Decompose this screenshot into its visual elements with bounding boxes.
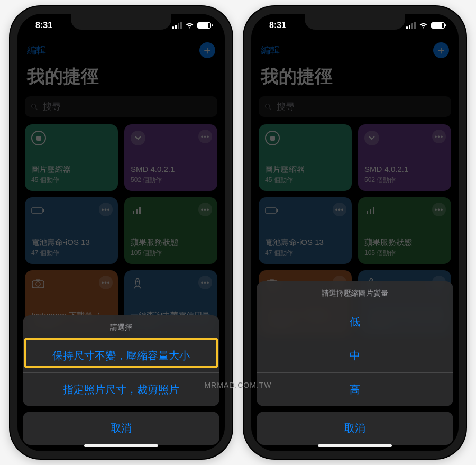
svg-point-0 bbox=[32, 104, 36, 108]
shortcut-card[interactable]: ••• SMD 4.0.2.1502 個動作 bbox=[358, 124, 451, 191]
search-placeholder: 搜尋 bbox=[43, 101, 61, 113]
sheet-option[interactable]: 中 bbox=[257, 339, 453, 372]
add-button[interactable]: ＋ bbox=[199, 42, 215, 58]
page-title: 我的捷徑 bbox=[17, 61, 225, 96]
search-icon bbox=[30, 103, 39, 111]
svg-point-10 bbox=[137, 281, 139, 282]
svg-rect-2 bbox=[32, 208, 42, 213]
shortcut-card[interactable]: ••• 蘋果服務狀態105 個動作 bbox=[358, 197, 451, 264]
page-title: 我的捷徑 bbox=[251, 61, 459, 96]
search-field[interactable]: 搜尋 bbox=[259, 96, 451, 117]
shortcut-card[interactable]: ••• 電池壽命-iOS 1347 個動作 bbox=[259, 197, 352, 264]
notch bbox=[305, 14, 405, 30]
svg-rect-13 bbox=[266, 208, 276, 213]
svg-rect-5 bbox=[136, 209, 138, 214]
more-icon[interactable]: ••• bbox=[99, 203, 113, 216]
screen: 8:31 編輯 ＋ 我的捷徑 搜尋 圖片壓縮器4 bbox=[17, 14, 225, 451]
svg-point-8 bbox=[36, 282, 40, 286]
svg-rect-15 bbox=[367, 211, 368, 214]
phone-right: 8:31 編輯 ＋ 我的捷徑 搜尋 圖片壓縮器4 bbox=[244, 6, 466, 459]
shortcut-card[interactable]: 圖片壓縮器45 個動作 bbox=[259, 124, 352, 191]
edit-button[interactable]: 編輯 bbox=[261, 44, 280, 57]
sheet-cancel[interactable]: 取消 bbox=[23, 412, 219, 445]
shortcut-grid: 圖片壓縮器45 個動作 ••• SMD 4.0.2.1502 個動作 ••• 電… bbox=[17, 124, 225, 337]
sheet-cancel[interactable]: 取消 bbox=[257, 412, 453, 445]
more-icon[interactable]: ••• bbox=[432, 130, 446, 143]
svg-rect-6 bbox=[139, 207, 141, 214]
action-sheet: 請選擇 保持尺寸不變，壓縮容量大小 指定照片尺寸，裁剪照片 取消 bbox=[17, 315, 225, 451]
shortcut-card[interactable]: ••• 電池壽命-iOS 1347 個動作 bbox=[25, 197, 118, 264]
home-indicator[interactable] bbox=[318, 444, 392, 447]
search-field[interactable]: 搜尋 bbox=[25, 96, 217, 117]
more-icon[interactable]: ••• bbox=[333, 203, 346, 216]
svg-rect-17 bbox=[373, 207, 374, 214]
rocket-icon bbox=[131, 277, 144, 290]
chart-icon bbox=[364, 204, 378, 217]
svg-rect-14 bbox=[277, 209, 278, 212]
edit-button[interactable]: 編輯 bbox=[27, 44, 46, 57]
notch bbox=[71, 14, 171, 30]
svg-rect-9 bbox=[36, 279, 40, 281]
sheet-option[interactable]: 低 bbox=[257, 305, 453, 339]
svg-rect-16 bbox=[370, 209, 371, 214]
search-placeholder: 搜尋 bbox=[277, 101, 295, 113]
chevron-down-icon bbox=[364, 131, 379, 145]
watermark: MRMAD.COM.TW bbox=[204, 381, 271, 389]
sheet-option[interactable]: 高 bbox=[257, 372, 453, 406]
more-icon[interactable]: ••• bbox=[198, 130, 212, 143]
shortcut-card[interactable]: ••• SMD 4.0.2.1502 個動作 bbox=[124, 124, 217, 191]
more-icon[interactable]: ••• bbox=[99, 276, 113, 289]
svg-rect-3 bbox=[43, 209, 44, 212]
sheet-header: 請選擇 bbox=[23, 315, 219, 339]
svg-point-11 bbox=[266, 104, 270, 108]
chart-icon bbox=[131, 204, 144, 217]
search-icon bbox=[264, 103, 272, 111]
more-icon[interactable]: ••• bbox=[198, 276, 212, 289]
screen: 8:31 編輯 ＋ 我的捷徑 搜尋 圖片壓縮器4 bbox=[251, 14, 459, 451]
stop-icon bbox=[31, 131, 46, 145]
battery-icon bbox=[265, 204, 279, 217]
battery-icon bbox=[31, 204, 45, 217]
svg-rect-4 bbox=[133, 211, 134, 214]
shortcut-card[interactable]: 圖片壓縮器45 個動作 bbox=[25, 124, 118, 191]
more-icon[interactable]: ••• bbox=[198, 203, 212, 216]
camera-icon bbox=[31, 277, 45, 290]
add-button[interactable]: ＋ bbox=[433, 42, 449, 58]
sheet-option[interactable]: 保持尺寸不變，壓縮容量大小 bbox=[23, 339, 219, 372]
sheet-option[interactable]: 指定照片尺寸，裁剪照片 bbox=[23, 372, 219, 406]
chevron-down-icon bbox=[131, 131, 145, 145]
svg-line-1 bbox=[35, 108, 37, 110]
stop-icon bbox=[265, 131, 280, 145]
action-sheet: 請選擇壓縮圖片質量 低 中 高 取消 bbox=[251, 281, 459, 451]
svg-line-12 bbox=[269, 108, 271, 110]
more-icon[interactable]: ••• bbox=[432, 203, 446, 216]
shortcut-card[interactable]: ••• 蘋果服務狀態105 個動作 bbox=[124, 197, 217, 264]
sheet-header: 請選擇壓縮圖片質量 bbox=[257, 281, 453, 305]
phone-left: 8:31 編輯 ＋ 我的捷徑 搜尋 圖片壓縮器4 bbox=[10, 6, 232, 459]
home-indicator[interactable] bbox=[84, 444, 158, 447]
